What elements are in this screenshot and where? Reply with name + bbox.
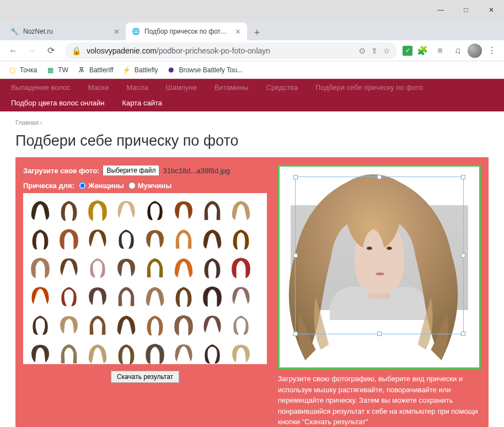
globe-icon: 🌐 [131,27,140,36]
reading-list-icon[interactable]: ≡ [432,43,448,58]
download-button[interactable]: Скачать результат [111,371,179,383]
hairstyle-thumb[interactable] [112,225,140,253]
navlink[interactable]: Масла [126,82,148,93]
close-icon[interactable]: ✕ [112,28,120,35]
transform-handles[interactable] [295,177,464,334]
hairstyle-thumb[interactable] [199,282,226,310]
hairstyle-thumb[interactable] [112,340,140,364]
hairstyle-thumb[interactable] [112,196,140,224]
tab-noznet[interactable]: 🔧 NozNet.ru ✕ [4,23,126,40]
hairstyle-thumb[interactable] [26,225,54,253]
adblock-icon[interactable]: ✓ [403,46,412,56]
bookmark-tw[interactable]: ▦TW [46,66,68,74]
hairstyle-thumb[interactable] [199,340,226,364]
hairstyle-thumb[interactable] [55,340,83,364]
hairstyle-thumb[interactable] [84,282,111,310]
star-icon[interactable]: ☆ [383,46,390,55]
bookmark-battlefy[interactable]: ⬢Browse Battlefy Tou... [167,66,243,74]
hairstyle-thumb[interactable] [199,311,226,339]
back-button[interactable]: ← [4,42,22,60]
hairstyle-thumb[interactable] [170,340,197,364]
profile-avatar[interactable] [468,44,482,58]
hairstyle-thumb[interactable] [55,311,83,339]
navlink[interactable]: Витамины [215,82,249,93]
hairstyle-thumb[interactable] [141,282,169,310]
handle-top-right[interactable] [461,175,465,179]
hairstyle-thumb[interactable] [227,225,255,253]
forward-button[interactable]: → [23,42,41,60]
hairstyle-thumb[interactable] [170,196,197,224]
handle-mid-left[interactable] [293,253,298,258]
hairstyle-scroll[interactable] [23,193,267,364]
hairstyle-thumb[interactable] [84,254,111,281]
handle-top-left[interactable] [293,175,298,179]
window-close-button[interactable]: ✕ [479,0,504,19]
gender-women-radio[interactable] [79,182,86,189]
hairstyle-thumb[interactable] [55,282,83,310]
navlink[interactable]: Подбор цвета волос онлайн [11,98,105,109]
hairstyle-thumb[interactable] [141,196,169,224]
handle-bot-mid[interactable] [377,332,382,336]
hairstyle-thumb[interactable] [227,340,255,364]
gender-men-radio[interactable] [128,182,136,189]
bookmark-battleriff[interactable]: ѪBattleriff [77,66,114,74]
hairstyle-thumb[interactable] [170,282,197,310]
hairstyle-thumb[interactable] [170,311,197,339]
window-minimize-button[interactable]: — [428,0,453,19]
hairstyle-thumb[interactable] [141,225,169,253]
navlink[interactable]: Шампуни [166,82,197,93]
handle-bot-right[interactable] [461,332,465,336]
hairstyle-thumb[interactable] [26,254,54,281]
handle-mid-right[interactable] [461,253,465,258]
close-icon[interactable]: ✕ [234,28,242,35]
handle-top-mid[interactable] [377,175,382,179]
menu-icon[interactable]: ⋮ [484,43,500,58]
navlink[interactable]: Маски [88,82,109,93]
preview-canvas[interactable] [278,165,481,369]
hairstyle-thumb[interactable] [170,254,197,281]
hairstyle-thumb[interactable] [227,311,255,339]
hairstyle-thumb[interactable] [141,340,169,364]
hairstyle-thumb[interactable] [112,282,140,310]
window-maximize-button[interactable]: □ [453,0,479,19]
hairstyle-thumb[interactable] [26,196,54,224]
extensions-icon[interactable]: 🧩 [415,43,430,58]
breadcrumb-home[interactable]: Главная [15,119,39,126]
hairstyle-thumb[interactable] [26,282,54,310]
media-icon[interactable]: ♫ [450,43,465,58]
navlink[interactable]: Карта сайта [122,98,162,109]
hairstyle-thumb[interactable] [55,196,83,224]
hairstyle-thumb[interactable] [112,254,140,281]
share-icon[interactable]: ⇪ [371,46,378,55]
hairstyle-thumb[interactable] [141,311,169,339]
hairstyle-thumb[interactable] [84,196,111,224]
hairstyle-thumb[interactable] [199,254,226,281]
address-bar[interactable]: 🔒 volosvypadenie.com/podbor-prichesok-po… [65,42,397,59]
navlink[interactable]: Выпадение волос [11,82,71,93]
hairstyle-thumb[interactable] [227,196,255,224]
hairstyle-thumb[interactable] [227,254,255,281]
hairstyle-thumb[interactable] [84,311,111,339]
hairstyle-thumb[interactable] [84,225,111,253]
hairstyle-thumb[interactable] [55,225,83,253]
handle-bot-left[interactable] [293,332,298,336]
hairstyle-thumb[interactable] [26,340,54,364]
navlink[interactable]: Подбери себе прическу по фото [315,82,423,93]
hairstyle-thumb[interactable] [199,196,226,224]
hairstyle-thumb[interactable] [26,311,54,339]
reload-button[interactable]: ⟳ [42,42,60,60]
choose-file-button[interactable]: Выберите файл [103,165,159,176]
hairstyle-thumb[interactable] [170,225,197,253]
search-in-page-icon[interactable]: ⊙ [359,46,366,55]
tab-hairstyle[interactable]: 🌐 Подбор причесок по фото онла ✕ [126,23,247,40]
hairstyle-thumb[interactable] [84,340,111,364]
hairstyle-thumb[interactable] [141,254,169,281]
hairstyle-thumb[interactable] [55,254,83,281]
new-tab-button[interactable]: + [249,25,265,40]
bookmark-battlefly[interactable]: ⚡Battlefly [122,66,158,74]
navlink[interactable]: Средства [266,82,298,93]
hairstyle-thumb[interactable] [199,225,226,253]
hairstyle-thumb[interactable] [112,311,140,339]
hairstyle-thumb[interactable] [227,282,255,310]
bookmark-tochka[interactable]: ▢Точка [8,66,37,74]
